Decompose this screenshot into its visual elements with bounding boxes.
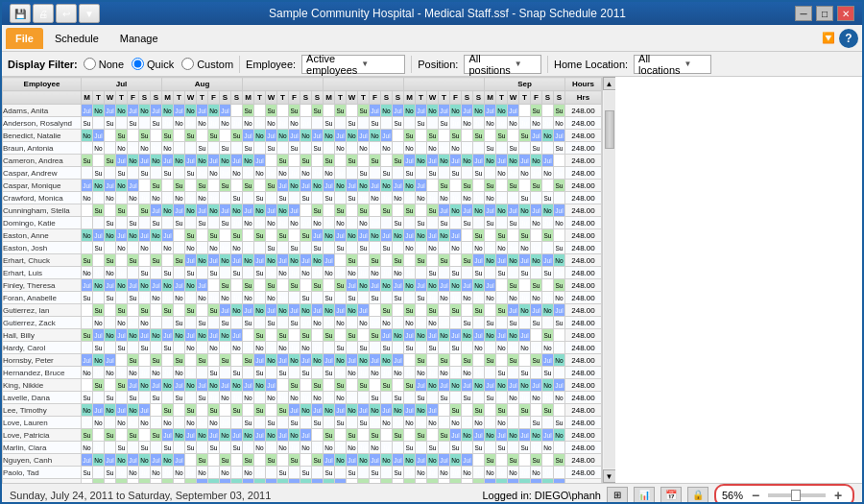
schedule-cell[interactable]: No — [473, 417, 485, 429]
schedule-cell[interactable]: No — [427, 279, 439, 292]
schedule-cell[interactable]: Su — [243, 354, 254, 367]
schedule-cell[interactable]: Jul — [554, 342, 565, 354]
schedule-cell[interactable]: Jul — [185, 467, 197, 479]
schedule-cell[interactable] — [370, 342, 381, 354]
schedule-cell[interactable]: Jul — [381, 192, 393, 204]
employee-name[interactable]: Gutierrez, Zack — [3, 317, 82, 329]
schedule-cell[interactable]: Su — [300, 329, 312, 342]
employee-name[interactable]: Braun, Antonia — [3, 142, 82, 155]
schedule-cell[interactable]: No — [485, 117, 496, 130]
schedule-cell[interactable] — [93, 217, 105, 229]
schedule-cell[interactable]: Su — [208, 367, 220, 379]
schedule-cell[interactable]: Su — [197, 392, 208, 404]
schedule-cell[interactable]: Su — [404, 479, 416, 484]
schedule-cell[interactable]: Su — [450, 167, 462, 180]
schedule-cell[interactable]: Jul — [162, 192, 174, 204]
schedule-cell[interactable]: Jul — [427, 292, 439, 304]
schedule-cell[interactable]: Jul — [358, 192, 370, 204]
schedule-cell[interactable]: Jul — [174, 342, 185, 354]
schedule-cell[interactable]: No — [519, 379, 531, 392]
schedule-cell[interactable]: No — [393, 229, 404, 242]
schedule-cell[interactable] — [439, 267, 450, 279]
schedule-cell[interactable]: Su — [554, 105, 565, 117]
schedule-cell[interactable]: Jul — [289, 204, 300, 217]
schedule-cell[interactable]: No — [335, 180, 347, 192]
schedule-cell[interactable]: Jul — [462, 379, 473, 392]
schedule-cell[interactable] — [105, 130, 116, 142]
schedule-cell[interactable]: Jul — [531, 479, 542, 484]
schedule-cell[interactable]: No — [416, 367, 427, 379]
schedule-cell[interactable] — [335, 155, 347, 167]
schedule-cell[interactable]: Jul — [82, 354, 93, 367]
schedule-cell[interactable]: Jul — [519, 467, 531, 479]
schedule-cell[interactable]: No — [496, 342, 508, 354]
schedule-cell[interactable] — [335, 429, 347, 442]
schedule-cell[interactable] — [508, 367, 519, 379]
schedule-cell[interactable]: Jul — [531, 167, 542, 180]
schedule-cell[interactable]: Jul — [289, 404, 300, 417]
table-row[interactable]: Pyara, SagelinoSuSuSuSuSuJulNoJulNoJulNo… — [3, 479, 602, 484]
schedule-cell[interactable] — [416, 304, 427, 317]
schedule-cell[interactable]: Jul — [358, 404, 370, 417]
schedule-cell[interactable]: Su — [82, 429, 93, 442]
schedule-cell[interactable]: Su — [243, 142, 254, 155]
table-row[interactable]: Gutierrez, IanSuSuSuSuSuSuJulNoJulNoJulN… — [3, 304, 602, 317]
schedule-cell[interactable]: Su — [358, 242, 370, 254]
schedule-cell[interactable]: Jul — [151, 417, 162, 429]
schedule-cell[interactable]: Su — [347, 429, 358, 442]
table-row[interactable]: Paolo, TadSuSuJulNoJulNoJulNoJulNoJulNoJ… — [3, 467, 602, 479]
schedule-cell[interactable] — [197, 267, 208, 279]
schedule-cell[interactable]: Su — [324, 155, 335, 167]
schedule-cell[interactable]: Su — [508, 279, 519, 292]
schedule-cell[interactable]: No — [324, 130, 335, 142]
schedule-cell[interactable]: Su — [473, 479, 485, 484]
schedule-cell[interactable]: Su — [450, 442, 462, 454]
schedule-cell[interactable]: Su — [370, 292, 381, 304]
schedule-cell[interactable]: Jul — [312, 130, 324, 142]
status-icon-lock[interactable]: 🔒 — [687, 487, 708, 504]
schedule-cell[interactable] — [381, 155, 393, 167]
schedule-cell[interactable]: Su — [519, 229, 531, 242]
schedule-cell[interactable]: Su — [347, 467, 358, 479]
schedule-cell[interactable] — [254, 105, 266, 117]
schedule-cell[interactable]: No — [116, 279, 128, 292]
schedule-cell[interactable] — [370, 242, 381, 254]
schedule-cell[interactable] — [174, 267, 185, 279]
schedule-cell[interactable]: Jul — [542, 392, 554, 404]
schedule-cell[interactable]: No — [439, 229, 450, 242]
schedule-cell[interactable]: Jul — [450, 429, 462, 442]
schedule-cell[interactable]: No — [508, 429, 519, 442]
schedule-cell[interactable]: No — [531, 155, 542, 167]
schedule-cell[interactable]: No — [300, 167, 312, 180]
schedule-cell[interactable]: Jul — [485, 105, 496, 117]
schedule-cell[interactable] — [116, 217, 128, 229]
schedule-cell[interactable]: No — [300, 342, 312, 354]
schedule-cell[interactable] — [231, 180, 243, 192]
schedule-cell[interactable]: Jul — [197, 279, 208, 292]
schedule-cell[interactable]: Su — [485, 317, 496, 329]
schedule-cell[interactable] — [335, 329, 347, 342]
employee-dropdown[interactable]: Active employees ▼ — [301, 55, 405, 74]
schedule-cell[interactable]: Su — [289, 279, 300, 292]
schedule-cell[interactable]: No — [105, 329, 116, 342]
schedule-cell[interactable]: Jul — [462, 279, 473, 292]
schedule-cell[interactable]: Su — [93, 167, 105, 180]
schedule-cell[interactable] — [312, 467, 324, 479]
schedule-cell[interactable]: No — [105, 229, 116, 242]
schedule-cell[interactable]: Su — [554, 417, 565, 429]
schedule-cell[interactable]: Jul — [162, 429, 174, 442]
schedule-cell[interactable] — [231, 317, 243, 329]
schedule-cell[interactable] — [93, 392, 105, 404]
schedule-cell[interactable] — [300, 142, 312, 155]
schedule-cell[interactable]: Su — [519, 192, 531, 204]
schedule-cell[interactable] — [404, 292, 416, 304]
schedule-cell[interactable] — [197, 442, 208, 454]
minimize-button[interactable]: ─ — [795, 6, 812, 21]
schedule-cell[interactable]: Su — [312, 142, 324, 155]
schedule-cell[interactable]: Su — [347, 329, 358, 342]
schedule-cell[interactable]: No — [519, 304, 531, 317]
schedule-cell[interactable]: Su — [416, 392, 427, 404]
schedule-cell[interactable]: Su — [404, 204, 416, 217]
schedule-cell[interactable]: Jul — [485, 204, 496, 217]
schedule-cell[interactable]: Su — [554, 242, 565, 254]
